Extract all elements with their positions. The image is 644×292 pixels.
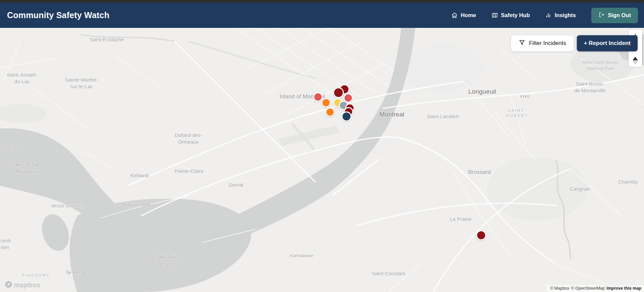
compass-icon: [633, 57, 638, 65]
mapbox-logo-text: mapbox: [14, 281, 41, 289]
nav-label: Insights: [555, 12, 576, 18]
incident-marker[interactable]: [333, 87, 344, 98]
incident-marker[interactable]: [341, 111, 352, 121]
app-title: Community Safety Watch: [7, 10, 109, 20]
funnel-icon: [519, 39, 525, 47]
filter-incidents-label: Filter Incidents: [529, 40, 566, 47]
nav-label: Safety Hub: [501, 12, 530, 18]
map-icon: [492, 12, 498, 18]
map-area[interactable]: + − Filter Incidents + Report Incident m…: [0, 28, 644, 292]
nav-item-insights[interactable]: Insights: [545, 12, 576, 18]
compass-button[interactable]: [629, 54, 642, 67]
sign-out-button[interactable]: Sign Out: [591, 8, 638, 23]
incident-marker[interactable]: [325, 107, 335, 117]
top-bar: [0, 0, 644, 3]
nav-label: Home: [461, 12, 476, 18]
bar-chart-icon: [545, 12, 552, 18]
report-incident-button[interactable]: + Report Incident: [577, 35, 638, 51]
nav-item-home[interactable]: Home: [451, 12, 476, 18]
sign-out-label: Sign Out: [608, 12, 631, 18]
sign-out-icon: [598, 12, 604, 19]
attribution-improve-link[interactable]: Improve this map: [607, 286, 642, 291]
filter-incidents-button[interactable]: Filter Incidents: [511, 35, 574, 51]
attribution-mapbox-link[interactable]: © Mapbox: [550, 286, 569, 291]
main-nav: Home Safety Hub Insights Sign Out: [451, 8, 638, 23]
mapbox-logo-icon: [5, 281, 12, 290]
report-incident-label: + Report Incident: [584, 40, 631, 47]
app-header: Community Safety Watch Home Safety Hub I…: [0, 3, 644, 28]
map-canvas[interactable]: [0, 28, 644, 292]
nav-item-safety-hub[interactable]: Safety Hub: [492, 12, 530, 18]
incident-marker[interactable]: [313, 92, 323, 102]
map-attribution: © Mapbox © OpenStreetMap Improve this ma…: [547, 285, 644, 292]
incident-marker[interactable]: [321, 98, 331, 107]
mapbox-logo[interactable]: mapbox: [5, 281, 41, 290]
home-icon: [451, 12, 458, 18]
incident-marker[interactable]: [476, 230, 486, 240]
attribution-osm-link[interactable]: © OpenStreetMap: [571, 286, 605, 291]
